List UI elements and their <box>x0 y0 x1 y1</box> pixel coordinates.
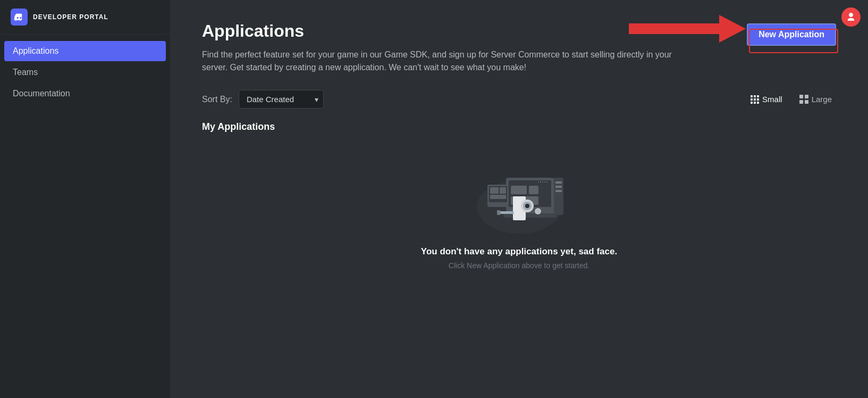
svg-rect-17 <box>555 190 562 192</box>
svg-rect-18 <box>503 213 557 218</box>
svg-rect-29 <box>500 187 506 194</box>
sidebar-item-documentation[interactable]: Documentation <box>4 84 166 104</box>
user-avatar[interactable] <box>841 7 861 27</box>
svg-rect-11 <box>529 186 538 194</box>
svg-rect-16 <box>555 186 562 188</box>
my-applications-section: My Applications <box>202 121 836 270</box>
sort-bar: Sort By: Date Created Name Last Modified… <box>202 90 836 109</box>
my-applications-title: My Applications <box>202 121 836 132</box>
svg-rect-6 <box>540 181 541 183</box>
sidebar: DEVELOPER PORTAL Applications Teams Docu… <box>0 0 170 398</box>
small-label: Small <box>762 95 782 104</box>
large-label: Large <box>812 95 832 104</box>
new-application-button[interactable]: New Application <box>747 23 836 46</box>
svg-rect-30 <box>490 195 506 199</box>
view-small-button[interactable]: Small <box>746 93 787 106</box>
page-description: Find the perfect feature set for your ga… <box>202 48 680 74</box>
sort-select-wrapper[interactable]: Date Created Name Last Modified <box>239 90 324 109</box>
svg-point-22 <box>525 204 529 208</box>
avatar-icon <box>846 12 856 22</box>
svg-rect-9 <box>546 181 547 183</box>
view-large-button[interactable]: Large <box>795 93 836 106</box>
brand-label: DEVELOPER PORTAL <box>33 13 108 21</box>
sidebar-item-teams[interactable]: Teams <box>4 62 166 82</box>
small-grid-icon <box>751 95 759 104</box>
empty-state: You don't have any applications yet, sad… <box>202 148 836 270</box>
svg-rect-7 <box>542 181 543 183</box>
svg-rect-25 <box>497 210 500 215</box>
empty-illustration <box>456 148 583 234</box>
sort-select[interactable]: Date Created Name Last Modified <box>239 90 324 109</box>
svg-rect-28 <box>490 187 499 194</box>
sort-left: Sort By: Date Created Name Last Modified <box>202 90 324 109</box>
svg-point-23 <box>535 208 541 214</box>
sidebar-header: DEVELOPER PORTAL <box>0 0 170 35</box>
sidebar-item-applications[interactable]: Applications <box>4 41 166 61</box>
sort-label: Sort By: <box>202 95 232 104</box>
discord-logo-icon <box>11 9 28 26</box>
main-content: Applications Find the perfect feature se… <box>170 0 868 398</box>
header-text: Applications Find the perfect feature se… <box>202 21 680 74</box>
empty-subtitle: Click New Application above to get start… <box>449 261 589 270</box>
sidebar-nav: Applications Teams Documentation <box>0 35 170 110</box>
svg-rect-10 <box>511 186 527 194</box>
empty-title: You don't have any applications yet, sad… <box>421 246 617 257</box>
page-header: Applications Find the perfect feature se… <box>202 21 836 74</box>
view-controls: Small Large <box>746 93 836 106</box>
large-grid-icon <box>799 95 808 104</box>
page-title: Applications <box>202 21 680 41</box>
svg-rect-8 <box>544 181 545 183</box>
svg-rect-5 <box>538 181 539 183</box>
svg-rect-15 <box>555 181 562 184</box>
